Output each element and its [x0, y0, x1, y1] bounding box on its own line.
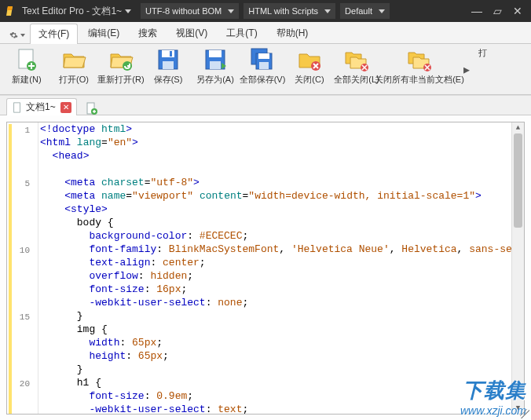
svg-rect-6 — [170, 51, 172, 57]
app-icon — [5, 5, 17, 17]
code-line[interactable]: -webkit-user-select: text; — [38, 403, 511, 414]
ribbon-more-button[interactable]: 打 — [473, 47, 492, 59]
code-line[interactable]: <meta name="viewport" content="width=dev… — [38, 189, 511, 203]
encoding-combo[interactable]: UTF-8 without BOM — [141, 3, 239, 19]
code-line[interactable]: <html lang="en"> — [38, 136, 511, 149]
settings-gear-button[interactable] — [9, 27, 25, 43]
resize-grip-icon[interactable] — [520, 409, 529, 418]
minimize-button[interactable]: — — [467, 0, 487, 22]
folder-closeall-icon — [344, 47, 369, 72]
code-line[interactable]: width: 65px; — [38, 336, 511, 349]
code-editor[interactable]: 1510152025 <!doctype html><html lang="en… — [6, 122, 525, 415]
svg-rect-4 — [162, 50, 174, 57]
floppy-saveall-icon — [250, 47, 275, 72]
close-tab-icon[interactable]: ✕ — [60, 102, 71, 113]
language-combo[interactable]: HTML with Scripts — [244, 3, 335, 19]
code-line[interactable]: img { — [38, 323, 511, 336]
svg-rect-17 — [14, 102, 20, 111]
theme-combo[interactable]: Default — [340, 3, 390, 19]
code-line[interactable]: <meta charset="utf-8"> — [38, 176, 511, 189]
file-new-icon — [14, 47, 39, 72]
maximize-button[interactable]: ▱ — [487, 0, 507, 22]
open-button[interactable]: 打开(O) — [52, 47, 96, 86]
closeall-button[interactable]: 全部关闭(L) — [335, 47, 379, 86]
encoding-value: UTF-8 without BOM — [145, 6, 222, 16]
svg-rect-8 — [209, 50, 222, 57]
tab-file[interactable]: 文件(F) — [30, 24, 78, 44]
saveas-button[interactable]: 另存为(A) — [193, 47, 237, 86]
folder-open-icon — [61, 47, 86, 72]
ribbon: 新建(N) 打开(O) 重新打开(R) 保存(S) 另存为(A) 全部保存(V)… — [0, 44, 531, 94]
tab-tools[interactable]: 工具(T) — [218, 23, 266, 43]
code-line[interactable]: overflow: hidden; — [38, 269, 511, 283]
code-line[interactable]: font-family: BlinkMacSystemFont, 'Helvet… — [38, 243, 511, 256]
code-line[interactable]: font-size: 16px; — [38, 283, 511, 296]
code-line[interactable] — [38, 163, 511, 176]
code-line[interactable]: height: 65px; — [38, 349, 511, 363]
new-doc-icon[interactable] — [85, 102, 97, 115]
doc-title: 文档1~ — [92, 5, 122, 18]
floppy-saveas-icon — [203, 47, 228, 72]
menu-tabs: 文件(F) 编辑(E) 搜索 视图(V) 工具(T) 帮助(H) — [0, 22, 531, 44]
code-line[interactable]: text-align: center; — [38, 256, 511, 269]
toolbar-area: 文件(F) 编辑(E) 搜索 视图(V) 工具(T) 帮助(H) 新建(N) 打… — [0, 22, 531, 95]
folder-close-icon — [297, 47, 322, 72]
chevron-down-icon — [324, 9, 331, 13]
code-line[interactable]: <head> — [38, 149, 511, 163]
folder-reopen-icon — [108, 47, 134, 72]
ribbon-overflow-icon[interactable]: ▸ — [460, 62, 473, 77]
new-button[interactable]: 新建(N) — [5, 47, 49, 86]
code-line[interactable]: -webkit-user-select: none; — [38, 296, 511, 309]
editor-wrap: 1510152025 <!doctype html><html lang="en… — [0, 115, 531, 420]
tab-help[interactable]: 帮助(H) — [268, 23, 317, 43]
file-icon — [12, 102, 23, 113]
doc-tabs: 文档1~ ✕ — [0, 95, 531, 115]
title-dropdown-icon[interactable] — [125, 9, 131, 13]
floppy-save-icon — [156, 47, 181, 72]
code-line[interactable]: font-size: 0.9em; — [38, 389, 511, 403]
saveall-button[interactable]: 全部保存(V) — [240, 47, 284, 86]
vertical-scrollbar[interactable]: ▲ ▼ — [511, 122, 524, 414]
code-line[interactable]: <style> — [38, 203, 511, 216]
closeothers-button[interactable]: 关闭所有非当前文档(E) — [382, 47, 457, 86]
scroll-thumb[interactable] — [514, 133, 522, 228]
code-area[interactable]: <!doctype html><html lang="en"> <head> <… — [38, 122, 511, 414]
code-line[interactable]: body { — [38, 216, 511, 229]
tab-edit[interactable]: 编辑(E) — [79, 23, 128, 43]
close-button[interactable]: ✕ — [507, 0, 528, 22]
close-doc-button[interactable]: 关闭(C) — [287, 47, 331, 86]
theme-value: Default — [345, 6, 372, 16]
code-line[interactable]: background-color: #ECECEC; — [38, 229, 511, 243]
gutter: 1510152025 — [7, 122, 38, 414]
tab-search[interactable]: 搜索 — [130, 23, 166, 43]
svg-rect-9 — [210, 61, 221, 69]
code-line[interactable]: } — [38, 309, 511, 323]
scroll-up-icon[interactable]: ▲ — [512, 122, 524, 133]
doc-tab-1[interactable]: 文档1~ ✕ — [6, 98, 77, 115]
app-title: Text Editor Pro — [22, 5, 84, 16]
tab-view[interactable]: 视图(V) — [167, 23, 216, 43]
code-line[interactable]: h1 { — [38, 376, 511, 389]
save-button[interactable]: 保存(S) — [146, 47, 190, 86]
chevron-down-icon — [379, 9, 385, 13]
reopen-button[interactable]: 重新打开(R) — [99, 47, 143, 86]
svg-rect-13 — [259, 62, 269, 69]
code-line[interactable]: } — [38, 363, 511, 376]
folder-closeothers-icon — [407, 47, 432, 72]
title-sep: - — [84, 5, 93, 16]
doc-tab-label: 文档1~ — [26, 100, 56, 114]
change-strip — [9, 124, 12, 415]
svg-rect-12 — [258, 53, 269, 59]
titlebar: Text Editor Pro - 文档1~ UTF-8 without BOM… — [0, 0, 531, 22]
svg-rect-5 — [163, 61, 174, 69]
language-value: HTML with Scripts — [248, 6, 318, 16]
code-line[interactable]: <!doctype html> — [38, 122, 511, 136]
chevron-down-icon — [228, 9, 234, 13]
